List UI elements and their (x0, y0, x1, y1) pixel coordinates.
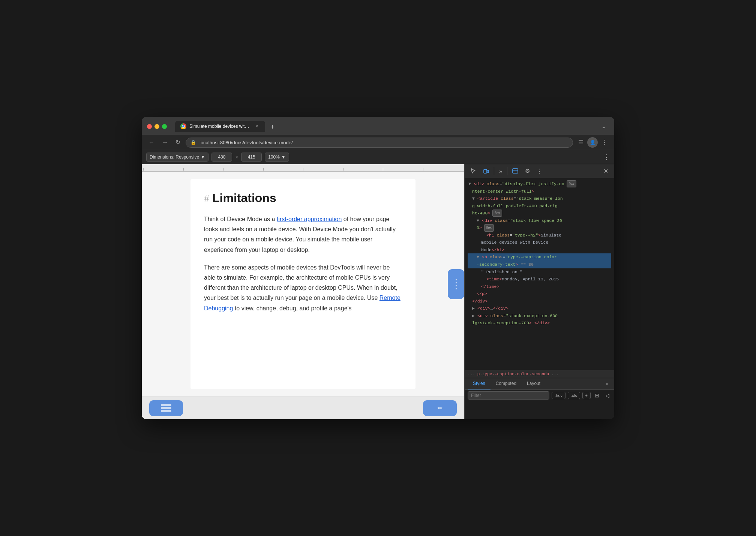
tree-line[interactable]: ▼<div class="display-flex justify-co fle… (468, 180, 611, 188)
bottom-menu-handle[interactable] (149, 400, 183, 416)
new-tab-button[interactable]: + (267, 122, 278, 132)
zoom-select[interactable]: 100% ▼ (265, 153, 289, 162)
tree-line[interactable]: ▼<article class="stack measure-lon (468, 195, 611, 202)
first-order-link[interactable]: first-order approximation (277, 216, 342, 222)
ruler-mark (343, 168, 383, 171)
ruler-mark (423, 168, 463, 171)
remote-debugging-link[interactable]: Remote Debugging (204, 295, 400, 311)
ruler-mark (263, 168, 303, 171)
html-tree: ▼<div class="display-flex justify-co fle… (465, 178, 614, 370)
article-heading: Limitations (212, 191, 276, 205)
drag-handle-dots (456, 279, 457, 289)
tree-line[interactable]: <h1 class="type--h2">Simulate (468, 232, 611, 239)
cursor-tool-button[interactable] (468, 166, 479, 176)
tree-line: </p> (468, 290, 611, 298)
styles-panel: Styles Computed Layout » :hov .cls + ⊞ ◁ (465, 378, 614, 419)
tree-line-selected: -secondary-text> == $0 (468, 261, 611, 268)
ruler-mark (303, 168, 343, 171)
tree-line: lg:stack-exception-700>…</div> (468, 319, 611, 327)
profile-button[interactable]: 👤 (587, 137, 598, 148)
devtools-toolbar: » ⚙ ⋮ ✕ (465, 164, 614, 178)
active-tab[interactable]: Simulate mobile devices with D × (175, 121, 265, 132)
back-button[interactable]: ← (146, 138, 157, 147)
article-paragraph-2: There are some aspects of mobile devices… (204, 262, 402, 313)
article-heading-row: # Limitations (204, 191, 402, 205)
article-paragraph-1: Think of Device Mode as a first-order ap… (204, 214, 402, 255)
svg-rect-1 (487, 170, 489, 173)
tree-line[interactable]: <time>Monday, April 13, 2015 (468, 275, 611, 283)
tree-line-selected[interactable]: ▼<p class="type--caption color (468, 253, 611, 261)
title-bar: Simulate mobile devices with D × + ⌄ (142, 117, 614, 135)
tree-line: " Published on " (468, 268, 611, 276)
nav-right-buttons: ☰ 👤 ⋮ (576, 137, 610, 148)
more-tools-button[interactable]: ⋮ (534, 166, 545, 176)
breadcrumb-more: ... (551, 372, 559, 376)
toolbar-more-button[interactable]: ⋮ (603, 154, 610, 160)
devtools-breadcrumb: ... p.type--caption.color-seconda ... (465, 370, 614, 378)
device-mode-button[interactable] (480, 166, 492, 176)
dimensions-select[interactable]: Dimensions: Responsive ▼ (146, 153, 208, 162)
height-input[interactable] (241, 153, 262, 162)
console-button[interactable] (510, 166, 521, 176)
device-toolbar: Dimensions: Responsive ▼ × 100% ▼ ⋮ (142, 150, 614, 164)
tab-more[interactable]: » (603, 379, 611, 389)
tree-line[interactable]: ▶<div>…</div> (468, 305, 611, 312)
address-bar[interactable]: 🔒 localhost:8080/docs/devtools/device-mo… (186, 138, 573, 148)
minimize-window-button[interactable] (154, 124, 159, 129)
heading-hash: # (204, 192, 209, 204)
tab-styles[interactable]: Styles (468, 378, 490, 389)
hamburger-icon (161, 404, 171, 412)
hover-filter-button[interactable]: :hov (552, 392, 566, 399)
breadcrumb-dots: ... (468, 372, 475, 376)
tree-line[interactable]: ▼<div class="stack flow-space-20 (468, 217, 611, 225)
tab-menu-button[interactable]: ⌄ (598, 122, 609, 131)
copy-styles-button[interactable]: ⊞ (593, 392, 601, 399)
page-content: # Limitations Think of Device Mode as a … (142, 172, 464, 397)
ruler-mark (183, 168, 224, 171)
cls-filter-button[interactable]: .cls (568, 392, 580, 399)
zoom-label: 100% (268, 154, 280, 160)
back-styles-button[interactable]: ◁ (603, 392, 611, 399)
tree-line: </time> (468, 283, 611, 290)
styles-filter-bar: :hov .cls + ⊞ ◁ (465, 390, 614, 401)
dimensions-chevron-icon: ▼ (201, 154, 205, 160)
tree-line: </div> (468, 298, 611, 305)
svg-rect-0 (484, 169, 487, 173)
reload-button[interactable]: ↻ (173, 138, 183, 147)
maximize-window-button[interactable] (162, 124, 167, 129)
ruler-mark (223, 168, 263, 171)
vertical-drag-handle[interactable] (448, 269, 464, 299)
more-panels-button[interactable]: » (496, 166, 505, 176)
address-text: localhost:8080/docs/devtools/device-mode… (200, 140, 293, 145)
lock-icon: 🔒 (190, 140, 196, 145)
tab-title: Simulate mobile devices with D (189, 124, 251, 129)
browser-window: Simulate mobile devices with D × + ⌄ ← →… (142, 117, 614, 419)
devtools-panel: » ⚙ ⋮ ✕ ▼<div class="display-flex justif… (464, 164, 614, 419)
close-window-button[interactable] (147, 124, 152, 129)
add-style-button[interactable]: + (582, 392, 591, 399)
tab-computed[interactable]: Computed (490, 378, 522, 389)
viewport: # Limitations Think of Device Mode as a … (142, 164, 464, 419)
toggle-sidebar-button[interactable]: ☰ (576, 138, 586, 147)
tree-line: g width-full pad-left-400 pad-rig (468, 202, 611, 210)
tree-line[interactable]: ▶<div class="stack-exception-600 (468, 312, 611, 320)
dimensions-label: Dimensions: Responsive (150, 154, 199, 160)
forward-button[interactable]: → (160, 138, 170, 147)
tab-close-button[interactable]: × (254, 123, 260, 129)
close-devtools-button[interactable]: ✕ (600, 166, 611, 176)
zoom-chevron-icon: ▼ (281, 154, 286, 160)
tree-line: ntent-center width-full> (468, 188, 611, 195)
settings-button[interactable]: ⚙ (522, 166, 532, 176)
bottom-edit-handle[interactable]: ✏ (423, 400, 457, 416)
ruler-mark (143, 168, 183, 171)
more-button[interactable]: ⋮ (599, 138, 610, 147)
breadcrumb-item[interactable]: p.type--caption.color-seconda (477, 372, 549, 376)
svg-rect-2 (513, 169, 518, 173)
tab-layout[interactable]: Layout (522, 378, 546, 389)
width-input[interactable] (212, 153, 232, 162)
tab-bar: Simulate mobile devices with D × + (175, 121, 594, 132)
styles-filter-input[interactable] (468, 391, 549, 400)
toolbar-separator (494, 167, 494, 175)
tree-line: mobile devices with Device (468, 239, 611, 246)
profile-icon: 👤 (590, 140, 596, 145)
